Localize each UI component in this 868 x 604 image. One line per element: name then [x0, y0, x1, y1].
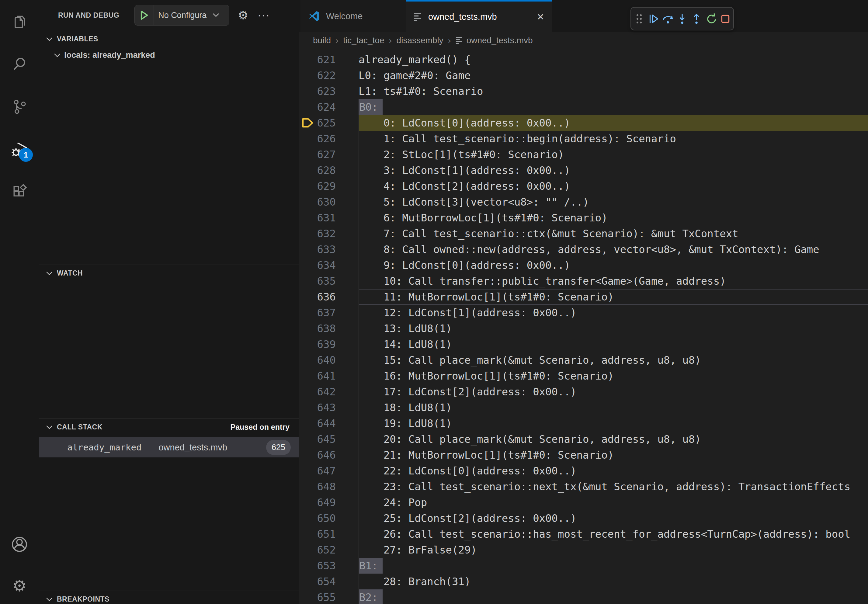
account-icon[interactable] [0, 530, 39, 559]
breakpoint-gutter[interactable]: 629 [299, 178, 358, 194]
code-line[interactable]: 621 already_marked() { [299, 52, 868, 68]
code-line[interactable]: 634 9: LdConst[0](address: 0x00..) [299, 257, 868, 273]
breakpoint-gutter[interactable]: 637 [299, 305, 358, 321]
explorer-icon[interactable] [0, 7, 39, 36]
code-line[interactable]: 627 2: StLoc[1](ts#1#0: Scenario) [299, 147, 868, 163]
breakpoint-gutter[interactable]: 639 [299, 336, 358, 352]
breakpoint-gutter[interactable]: 634 [299, 257, 358, 273]
code-line[interactable]: 645 20: Call place_mark(&mut Scenario, a… [299, 431, 868, 447]
breakpoint-gutter[interactable]: 653 [299, 558, 358, 574]
code-line[interactable]: 628 3: LdConst[1](address: 0x00..) [299, 163, 868, 178]
code-line[interactable]: 624 B0: [299, 99, 868, 115]
breadcrumb-item-disassembly[interactable]: disassembly [397, 36, 443, 45]
breakpoint-gutter[interactable]: 648 [299, 479, 358, 494]
breadcrumb-item-build[interactable]: build [313, 36, 331, 45]
continue-button[interactable] [647, 12, 660, 25]
breakpoint-gutter[interactable]: 621 [299, 52, 358, 68]
code-line[interactable]: 639 14: LdU8(1) [299, 336, 868, 352]
code-line[interactable]: 635 10: Call transfer::public_transfer<G… [299, 273, 868, 289]
breakpoint-gutter[interactable]: 632 [299, 226, 358, 242]
code-line[interactable]: 623 L1: ts#1#0: Scenario [299, 83, 868, 99]
code-line[interactable]: 648 23: Call test_scenario::next_tx(&mut… [299, 479, 868, 494]
code-line[interactable]: 651 26: Call test_scenario::has_most_rec… [299, 526, 868, 542]
breadcrumb-item-tic-tac-toe[interactable]: tic_tac_toe [343, 36, 384, 45]
close-icon[interactable]: ✕ [537, 12, 544, 22]
code-line[interactable]: 631 6: MutBorrowLoc[1](ts#1#0: Scenario) [299, 210, 868, 226]
breakpoint-gutter[interactable]: 640 [299, 352, 358, 368]
breakpoint-gutter[interactable]: 647 [299, 463, 358, 479]
code-line[interactable]: 649 24: Pop [299, 494, 868, 510]
code-line[interactable]: 638 13: LdU8(1) [299, 321, 868, 336]
code-line[interactable]: 643 18: LdU8(1) [299, 400, 868, 415]
breakpoint-gutter[interactable]: 644 [299, 415, 358, 431]
code-line[interactable]: 655 B2: [299, 589, 868, 604]
restart-button[interactable] [705, 12, 718, 25]
debug-config-dropdown[interactable]: No Configura [135, 5, 229, 26]
breakpoint-gutter[interactable]: 636 [299, 289, 358, 305]
breadcrumb-item-file[interactable]: owned_tests.mvb [467, 36, 533, 45]
breakpoint-gutter[interactable]: 628 [299, 163, 358, 178]
code-line[interactable]: 626 1: Call test_scenario::begin(address… [299, 131, 868, 147]
code-line[interactable]: 654 28: Branch(31) [299, 574, 868, 589]
breakpoint-gutter[interactable]: 642 [299, 384, 358, 400]
code-line[interactable]: 640 15: Call place_mark(&mut Scenario, a… [299, 352, 868, 368]
debug-settings-gear-icon[interactable]: ⚙ [238, 9, 248, 22]
code-line[interactable]: 644 19: LdU8(1) [299, 415, 868, 431]
code-line[interactable]: 646 21: MutBorrowLoc[1](ts#1#0: Scenario… [299, 447, 868, 463]
code-line[interactable]: 636 11: MutBorrowLoc[1](ts#1#0: Scenario… [299, 289, 868, 305]
extensions-icon[interactable] [0, 177, 39, 206]
locals-tree-item[interactable]: locals: already_marked [39, 48, 299, 63]
breakpoint-gutter[interactable]: 651 [299, 526, 358, 542]
call-stack-frame[interactable]: already_marked owned_tests.mvb 625 [39, 437, 299, 457]
stop-button[interactable] [719, 12, 732, 25]
breakpoint-gutter[interactable]: 649 [299, 494, 358, 510]
breakpoint-gutter[interactable]: 622 [299, 68, 358, 83]
tab-welcome[interactable]: Welcome [301, 0, 406, 32]
code-line[interactable]: 652 27: BrFalse(29) [299, 542, 868, 558]
breakpoint-gutter[interactable]: 641 [299, 368, 358, 384]
source-control-icon[interactable] [0, 92, 39, 121]
breakpoint-gutter[interactable]: 643 [299, 400, 358, 415]
breakpoint-gutter[interactable]: 625 [299, 115, 358, 131]
call-stack-section-header[interactable]: CALL STACK Paused on entry [39, 418, 299, 435]
breakpoint-gutter[interactable]: 624 [299, 99, 358, 115]
code-line[interactable]: 637 12: LdConst[1](address: 0x00..) [299, 305, 868, 321]
code-line[interactable]: 653 B1: [299, 558, 868, 574]
breakpoint-gutter[interactable]: 631 [299, 210, 358, 226]
breakpoints-section-header[interactable]: BREAKPOINTS [39, 591, 299, 604]
code-line[interactable]: 632 7: Call test_scenario::ctx(&mut Scen… [299, 226, 868, 242]
breakpoint-gutter[interactable]: 633 [299, 242, 358, 257]
code-line[interactable]: 630 5: LdConst[3](vector<u8>: "" /..) [299, 194, 868, 210]
breakpoint-gutter[interactable]: 626 [299, 131, 358, 147]
breakpoint-gutter[interactable]: 652 [299, 542, 358, 558]
breakpoint-gutter[interactable]: 627 [299, 147, 358, 163]
watch-section-header[interactable]: WATCH [39, 265, 299, 282]
step-out-button[interactable] [690, 12, 703, 25]
search-icon[interactable] [0, 49, 39, 79]
code-line[interactable]: 647 22: LdConst[0](address: 0x00..) [299, 463, 868, 479]
breakpoint-gutter[interactable]: 655 [299, 589, 358, 604]
more-actions-icon[interactable]: ⋯ [257, 8, 270, 22]
toolbar-drag-handle[interactable] [632, 12, 645, 25]
breakpoint-gutter[interactable]: 650 [299, 510, 358, 526]
breakpoint-gutter[interactable]: 638 [299, 321, 358, 336]
code-line[interactable]: 633 8: Call owned::new(address, address,… [299, 242, 868, 257]
step-into-button[interactable] [676, 12, 688, 25]
breakpoint-gutter[interactable]: 630 [299, 194, 358, 210]
code-line[interactable]: 650 25: LdConst[2](address: 0x00..) [299, 510, 868, 526]
breakpoint-gutter[interactable]: 654 [299, 574, 358, 589]
step-over-button[interactable] [662, 12, 674, 25]
code-line[interactable]: 642 17: LdConst[2](address: 0x00..) [299, 384, 868, 400]
code-line[interactable]: 629 4: LdConst[2](address: 0x00..) [299, 178, 868, 194]
start-debug-button[interactable] [135, 5, 154, 25]
settings-gear-icon[interactable]: ⚙ [0, 571, 39, 600]
breakpoint-gutter[interactable]: 623 [299, 83, 358, 99]
code-line[interactable]: 625 0: LdConst[0](address: 0x00..) [299, 115, 868, 131]
run-and-debug-icon[interactable]: 1 [0, 135, 39, 164]
breakpoint-gutter[interactable]: 646 [299, 447, 358, 463]
code-line[interactable]: 641 16: MutBorrowLoc[1](ts#1#0: Scenario… [299, 368, 868, 384]
breakpoint-gutter[interactable]: 645 [299, 431, 358, 447]
variables-section-header[interactable]: VARIABLES [39, 30, 299, 48]
code-line[interactable]: 622 L0: game#2#0: Game [299, 68, 868, 83]
breakpoint-gutter[interactable]: 635 [299, 273, 358, 289]
